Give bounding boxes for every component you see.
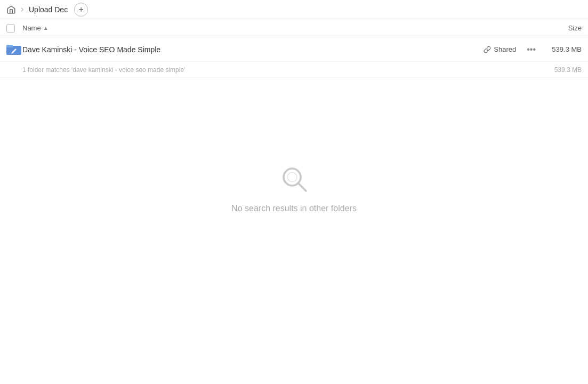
more-options-button[interactable]: ••• bbox=[523, 44, 539, 55]
folder-icon bbox=[6, 43, 21, 56]
file-size: 539.3 MB bbox=[539, 45, 582, 53]
empty-state-label: No search results in other folders bbox=[231, 204, 357, 213]
svg-line-3 bbox=[298, 183, 306, 191]
size-column-header[interactable]: Size bbox=[528, 24, 582, 32]
file-row[interactable]: Dave Kaminski - Voice SEO Made Simple Sh… bbox=[0, 37, 588, 62]
file-icon-wrap bbox=[6, 43, 22, 56]
link-icon bbox=[484, 46, 491, 53]
match-size: 539.3 MB bbox=[539, 66, 582, 74]
breadcrumb-bar: Upload Dec + bbox=[0, 0, 588, 19]
breadcrumb-chevron bbox=[19, 6, 26, 13]
shared-label: Shared bbox=[494, 45, 516, 53]
name-column-header[interactable]: Name ▲ bbox=[22, 24, 528, 32]
match-row: 1 folder matches 'dave kaminski - voice … bbox=[0, 62, 588, 78]
svg-rect-1 bbox=[6, 45, 13, 47]
file-name: Dave Kaminski - Voice SEO Made Simple bbox=[22, 45, 484, 54]
sort-icon: ▲ bbox=[43, 25, 49, 31]
match-text: 1 folder matches 'dave kaminski - voice … bbox=[22, 66, 539, 74]
breadcrumb-title: Upload Dec bbox=[29, 5, 68, 14]
column-headers: Name ▲ Size bbox=[0, 19, 588, 37]
svg-point-4 bbox=[287, 172, 297, 182]
home-button[interactable] bbox=[6, 5, 16, 14]
no-results-icon bbox=[278, 163, 310, 195]
empty-state: No search results in other folders bbox=[0, 163, 588, 213]
select-all-checkbox[interactable] bbox=[6, 24, 22, 33]
checkbox-empty[interactable] bbox=[6, 24, 15, 33]
add-button[interactable]: + bbox=[74, 3, 88, 17]
file-actions: Shared ••• bbox=[484, 44, 539, 55]
shared-badge: Shared bbox=[484, 45, 516, 53]
